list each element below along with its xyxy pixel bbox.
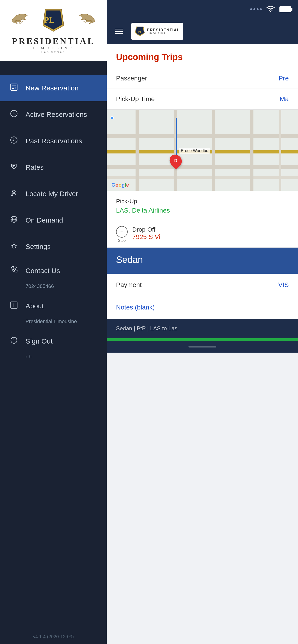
vehicle-name: Sedan xyxy=(116,254,289,265)
payment-row: Payment VIS xyxy=(107,274,298,296)
status-bar xyxy=(107,0,298,18)
past-reservations-icon xyxy=(9,136,19,146)
passenger-label: Passenger xyxy=(116,75,147,82)
pickup-section: Pick-Up LAS, Delta Airlines xyxy=(107,191,298,222)
hamburger-line-2 xyxy=(115,31,123,32)
sidebar-nav: New Reservation Active Reservations Past… xyxy=(0,75,107,630)
nav-rates[interactable]: Rates xyxy=(0,154,107,180)
payment-value: VIS xyxy=(278,281,289,288)
header-logo-text: PRESIDENTIAL LIMOUSINE xyxy=(147,28,180,35)
nav-signout[interactable]: Sign Out r h xyxy=(0,330,107,366)
about-label: About xyxy=(26,302,44,310)
nav-about[interactable]: i About Presidential Limousine xyxy=(0,295,107,330)
svg-point-19 xyxy=(13,244,15,247)
stop-circle: + xyxy=(116,226,128,238)
signout-sub: r h xyxy=(26,354,32,360)
new-reservation-label: New Reservation xyxy=(26,84,79,92)
hamburger-line-1 xyxy=(115,29,123,30)
settings-icon xyxy=(9,242,19,252)
about-row: i About xyxy=(9,301,44,311)
contact-label: Contact Us xyxy=(26,267,60,275)
nav-contact[interactable]: Contact Us 7024385466 xyxy=(0,260,107,295)
upcoming-section: Upcoming Trips Passenger Pre Pick-Up Tim… xyxy=(107,44,298,110)
scroll-pill xyxy=(188,346,216,348)
nav-new-reservation[interactable]: New Reservation xyxy=(0,75,107,101)
stop-icon-container: + Stop xyxy=(116,226,128,243)
signout-row: Sign Out xyxy=(9,336,53,346)
dropoff-content: Drop-Off 7925 S Vi xyxy=(132,226,289,241)
bottom-summary: Sedan | PtP | LAS to Las xyxy=(107,319,298,338)
upcoming-title: Upcoming Trips xyxy=(116,52,183,62)
rates-label: Rates xyxy=(26,164,44,171)
about-sub: Presidential Limousine xyxy=(26,318,77,324)
notes-section: Notes (blank) xyxy=(107,296,298,319)
payment-label: Payment xyxy=(116,281,142,288)
main-panel: PL PRESIDENTIAL LIMOUSINE Upcoming Trips… xyxy=(107,0,298,644)
locate-driver-icon xyxy=(9,189,19,199)
logo-emblem: PL xyxy=(9,7,98,35)
contact-phone: 7024385466 xyxy=(26,283,54,289)
passenger-value: Pre xyxy=(278,75,289,82)
on-demand-icon xyxy=(9,215,19,225)
hamburger-button[interactable] xyxy=(114,28,124,35)
signout-label: Sign Out xyxy=(26,337,53,345)
battery-icon xyxy=(279,6,291,12)
app-header: PL PRESIDENTIAL LIMOUSINE xyxy=(107,18,298,44)
dropoff-label: Drop-Off xyxy=(132,226,289,233)
svg-point-14 xyxy=(13,190,15,193)
pickup-time-value: Ma xyxy=(280,95,289,103)
active-reservations-icon xyxy=(9,110,19,120)
nav-past-reservations[interactable]: Past Reservations xyxy=(0,128,107,154)
svg-text:i: i xyxy=(13,303,15,308)
locate-driver-label: Locate My Driver xyxy=(26,190,78,198)
marker-label: D xyxy=(174,158,177,163)
new-reservation-icon xyxy=(9,83,19,93)
settings-label: Settings xyxy=(26,243,51,250)
scroll-indicator xyxy=(107,341,298,352)
notes-value: Notes (blank) xyxy=(116,304,289,311)
wifi-icon xyxy=(266,5,275,14)
bottom-green-bar xyxy=(107,338,298,341)
google-logo: Google xyxy=(111,182,129,188)
logo-svg: PL xyxy=(9,7,98,35)
summary-text: Sedan | PtP | LAS to Las xyxy=(116,325,177,332)
nav-settings[interactable]: Settings xyxy=(0,234,107,260)
signout-icon xyxy=(9,336,19,346)
on-demand-label: On Demand xyxy=(26,216,63,224)
signal-dot-1 xyxy=(250,8,252,10)
nav-active-reservations[interactable]: Active Reservations xyxy=(0,101,107,128)
map-marker: D xyxy=(170,154,181,167)
logo-las-vegas: LAS VEGAS xyxy=(41,51,65,54)
contact-row: Contact Us xyxy=(9,266,60,276)
hamburger-line-3 xyxy=(115,34,123,34)
dropoff-row: + Stop Drop-Off 7925 S Vi xyxy=(107,222,298,248)
header-limousine: LIMOUSINE xyxy=(147,32,180,35)
about-icon: i xyxy=(9,301,19,311)
signal-dot-2 xyxy=(253,8,255,10)
past-reservations-label: Past Reservations xyxy=(26,137,82,145)
stop-text: Stop xyxy=(118,238,126,243)
svg-line-10 xyxy=(14,114,15,114)
dropoff-value: 7925 S Vi xyxy=(132,233,289,241)
pickup-value: LAS, Delta Airlines xyxy=(116,207,289,214)
rates-icon xyxy=(9,162,19,172)
logo-limousine: LIMOUSINE xyxy=(33,46,74,50)
section-divider xyxy=(107,272,298,274)
vehicle-section: Sedan xyxy=(107,248,298,272)
nav-locate-driver[interactable]: Locate My Driver xyxy=(0,180,107,207)
svg-text:PL: PL xyxy=(138,30,142,34)
passenger-row: Passenger Pre xyxy=(107,68,298,89)
svg-text:PL: PL xyxy=(44,15,55,24)
contact-icon xyxy=(9,266,19,276)
header-logo-emblem: PL xyxy=(135,26,145,37)
nav-on-demand[interactable]: On Demand xyxy=(0,207,107,234)
sidebar: PL PRESIDENTIAL LIMOUSINE LAS VEGAS New … xyxy=(0,0,107,644)
active-reservations-label: Active Reservations xyxy=(26,110,87,118)
signal-dot-4 xyxy=(260,8,262,10)
header-presidential: PRESIDENTIAL xyxy=(147,28,180,32)
upcoming-header: Upcoming Trips xyxy=(107,44,298,68)
svg-point-24 xyxy=(270,11,271,12)
logo-presidential: PRESIDENTIAL xyxy=(12,36,95,46)
map-container: Bruce Woodbu D Google xyxy=(107,110,298,191)
signal-dot-3 xyxy=(257,8,258,10)
